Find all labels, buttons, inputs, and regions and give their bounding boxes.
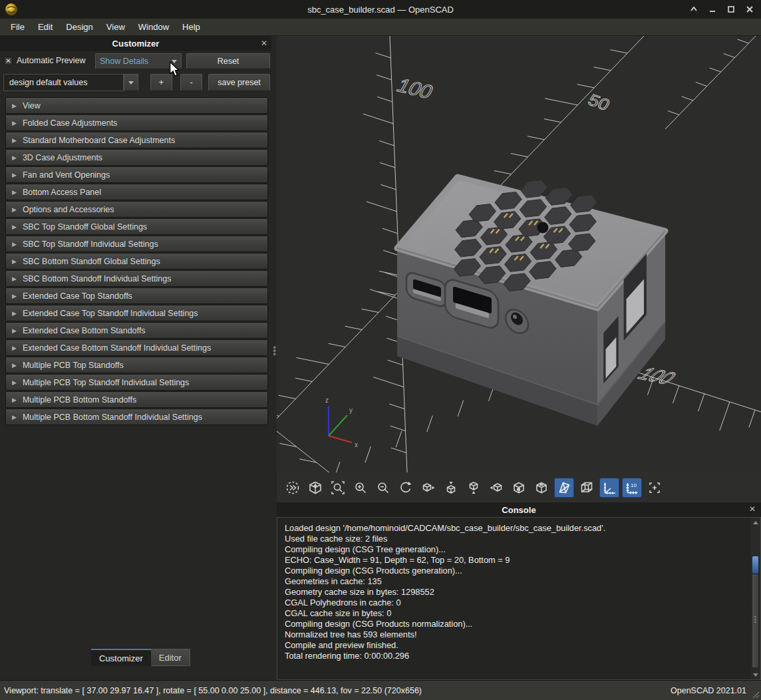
section-multiple-pcb-bottom-standoff-individual-settings[interactable]: ▶Multiple PCB Bottom Standoff Individual… bbox=[5, 409, 268, 425]
remove-preset-button[interactable]: - bbox=[180, 74, 202, 91]
section-bottom-access-panel[interactable]: ▶Bottom Access Panel bbox=[5, 184, 268, 200]
view-bottom-button[interactable] bbox=[464, 478, 484, 498]
view-front-button[interactable] bbox=[509, 478, 529, 498]
titlebar[interactable]: sbc_case_builder.scad — OpenSCAD bbox=[0, 0, 761, 19]
console-dock-header[interactable]: Console ✕ bbox=[277, 502, 761, 517]
section-standard-motherboard-case-adjustments[interactable]: ▶Standard Motherboard Case Adjustments bbox=[5, 132, 268, 148]
chevron-right-icon: ▶ bbox=[12, 258, 17, 265]
zoom-in-button[interactable] bbox=[351, 478, 371, 498]
section-view[interactable]: ▶View bbox=[5, 97, 268, 114]
customizer-title: Customizer bbox=[112, 39, 160, 49]
reset-view-button[interactable] bbox=[396, 478, 416, 498]
shade-button[interactable] bbox=[688, 3, 700, 15]
show-crosshairs-icon bbox=[647, 480, 663, 496]
section-extended-case-top-standoffs[interactable]: ▶Extended Case Top Standoffs bbox=[5, 287, 268, 304]
scroll-up-icon[interactable] bbox=[751, 518, 760, 527]
chevron-right-icon: ▶ bbox=[12, 293, 17, 299]
preset-combobox[interactable]: design default values bbox=[3, 74, 124, 91]
section-3d-case-adjustments[interactable]: ▶3D Case Adjustments bbox=[5, 149, 268, 166]
chevron-right-icon: ▶ bbox=[12, 327, 17, 334]
console-line: Used file cache size: 2 files bbox=[285, 534, 744, 544]
automatic-preview-checkbox[interactable]: ✕ bbox=[4, 57, 13, 65]
section-multiple-pcb-top-standoffs[interactable]: ▶Multiple PCB Top Standoffs bbox=[5, 357, 268, 373]
console-line: ECHO: Case_Width = 91, Depth = 62, Top =… bbox=[285, 555, 744, 566]
reset-button[interactable]: Reset bbox=[186, 53, 270, 69]
orthogonal-icon bbox=[579, 480, 595, 496]
throw-together-button[interactable] bbox=[283, 478, 303, 498]
section-sbc-top-standoff-global-settings[interactable]: ▶SBC Top Standoff Global Settings bbox=[5, 218, 268, 235]
view-all-button[interactable] bbox=[305, 478, 325, 498]
perspective-icon bbox=[556, 480, 572, 496]
chevron-right-icon: ▶ bbox=[12, 224, 17, 230]
scroll-down-icon[interactable] bbox=[751, 670, 760, 679]
view-front-icon bbox=[511, 480, 527, 496]
zoom-fit-button[interactable] bbox=[328, 478, 348, 498]
resize-grip[interactable] bbox=[750, 689, 760, 699]
zoom-in-icon bbox=[353, 480, 369, 496]
section-multiple-pcb-bottom-standoffs[interactable]: ▶Multiple PCB Bottom Standoffs bbox=[5, 391, 268, 408]
close-button[interactable] bbox=[744, 3, 756, 15]
section-folded-case-adjustments[interactable]: ▶Folded Case Adjustments bbox=[5, 114, 268, 131]
section-sbc-bottom-standoff-individual-settings[interactable]: ▶SBC Bottom Standoff Individual Settings bbox=[5, 270, 268, 287]
show-axes-button[interactable] bbox=[599, 478, 619, 498]
view-back-icon bbox=[533, 480, 549, 496]
section-multiple-pcb-top-standoff-individual-settings[interactable]: ▶Multiple PCB Top Standoff Individual Se… bbox=[5, 374, 268, 391]
view-left-button[interactable] bbox=[486, 478, 506, 498]
perspective-button[interactable] bbox=[554, 478, 574, 498]
version-label: OpenSCAD 2021.01 bbox=[671, 686, 746, 695]
section-options-and-accessories[interactable]: ▶Options and Accessories bbox=[5, 201, 268, 218]
viewport-status-text: Viewport: translate = [ 37.00 29.97 16.4… bbox=[4, 686, 422, 695]
console-close-icon[interactable]: ✕ bbox=[749, 504, 756, 514]
view-toolbar: 10 bbox=[277, 472, 761, 502]
section-sbc-top-standoff-individual-settings[interactable]: ▶SBC Top Standoff Individual Settings bbox=[5, 236, 268, 252]
preset-dropdown-button[interactable] bbox=[124, 74, 138, 91]
console-title: Console bbox=[502, 505, 535, 515]
view-bottom-icon bbox=[466, 480, 482, 496]
scrollbar-thumb[interactable]: ••• bbox=[752, 574, 759, 668]
menu-view[interactable]: View bbox=[100, 19, 132, 35]
menu-file[interactable]: File bbox=[4, 19, 31, 35]
menu-help[interactable]: Help bbox=[176, 19, 207, 35]
3d-viewport[interactable]: 100 50 100 bbox=[277, 36, 761, 472]
chevron-right-icon: ▶ bbox=[12, 379, 17, 386]
customizer-close-icon[interactable]: ✕ bbox=[261, 38, 267, 49]
save-preset-button[interactable]: save preset bbox=[208, 74, 270, 91]
z-axis-label: z bbox=[325, 397, 329, 404]
chevron-right-icon: ▶ bbox=[12, 241, 17, 248]
chevron-right-icon: ▶ bbox=[12, 275, 17, 282]
section-sbc-bottom-standoff-global-settings[interactable]: ▶SBC Bottom Standoff Global Settings bbox=[5, 253, 268, 269]
console-line: Compiling design (CSG Tree generation)..… bbox=[285, 544, 744, 555]
section-fan-and-vent-openings[interactable]: ▶Fan and Vent Openings bbox=[5, 166, 268, 183]
orthogonal-button[interactable] bbox=[577, 478, 597, 498]
zoom-out-icon bbox=[375, 480, 391, 496]
view-top-button[interactable] bbox=[441, 478, 461, 498]
menu-edit[interactable]: Edit bbox=[31, 19, 59, 35]
console-scrollbar[interactable]: ••• bbox=[751, 518, 760, 679]
console-output[interactable]: Loaded design '/home/hominoid/CADCAM/sbc… bbox=[277, 517, 761, 680]
throw-together-icon bbox=[285, 480, 301, 496]
zoom-fit-icon bbox=[330, 480, 346, 496]
minimize-button[interactable] bbox=[706, 3, 718, 15]
chevron-right-icon: ▶ bbox=[12, 206, 17, 213]
chevron-right-icon: ▶ bbox=[12, 102, 17, 109]
customizer-dock-header[interactable]: Customizer ✕ bbox=[0, 36, 271, 51]
section-extended-case-top-standoff-individual-settings[interactable]: ▶Extended Case Top Standoff Individual S… bbox=[5, 305, 268, 321]
menu-design[interactable]: Design bbox=[59, 19, 99, 35]
panel-splitter[interactable]: ●●● bbox=[271, 36, 277, 680]
show-scale-markers-button[interactable]: 10 bbox=[622, 478, 642, 498]
chevron-right-icon: ▶ bbox=[12, 154, 17, 161]
menu-window[interactable]: Window bbox=[132, 19, 176, 35]
chevron-right-icon: ▶ bbox=[12, 345, 17, 351]
section-extended-case-bottom-standoff-individual-settings[interactable]: ▶Extended Case Bottom Standoff Individua… bbox=[5, 339, 268, 356]
view-right-button[interactable] bbox=[418, 478, 438, 498]
tab-editor[interactable]: Editor bbox=[151, 649, 190, 666]
y-axis-label: y bbox=[349, 407, 353, 414]
view-back-button[interactable] bbox=[532, 478, 551, 498]
section-extended-case-bottom-standoffs[interactable]: ▶Extended Case Bottom Standoffs bbox=[5, 322, 268, 339]
show-crosshairs-button[interactable] bbox=[645, 478, 665, 498]
tab-customizer[interactable]: Customizer bbox=[91, 649, 151, 666]
maximize-button[interactable] bbox=[725, 3, 737, 15]
right-region: 100 50 100 bbox=[277, 36, 761, 680]
chevron-right-icon: ▶ bbox=[12, 310, 17, 317]
zoom-out-button[interactable] bbox=[373, 478, 393, 498]
